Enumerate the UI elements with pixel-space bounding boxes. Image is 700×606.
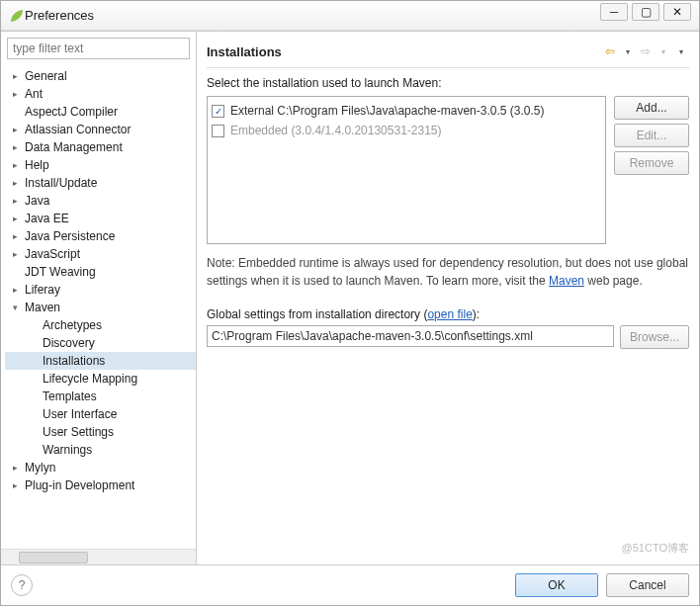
tree-item-general[interactable]: ▸General bbox=[5, 67, 196, 85]
tree-item-label: Warnings bbox=[43, 443, 92, 457]
chevron-right-icon[interactable]: ▸ bbox=[13, 480, 25, 490]
dialog-footer: ? OK Cancel bbox=[1, 564, 699, 605]
titlebar: Preferences ─ ▢ ✕ bbox=[1, 1, 699, 31]
tree-item-mylyn[interactable]: ▸Mylyn bbox=[5, 459, 196, 476]
horizontal-scrollbar[interactable] bbox=[1, 549, 196, 564]
chevron-right-icon[interactable]: ▸ bbox=[13, 71, 25, 81]
tree-item-label: Installations bbox=[43, 354, 105, 368]
tree-item-label: Liferay bbox=[25, 283, 60, 297]
app-icon bbox=[9, 8, 25, 24]
tree-item-label: Java EE bbox=[25, 212, 69, 225]
chevron-right-icon[interactable]: ▸ bbox=[13, 231, 25, 241]
close-button[interactable]: ✕ bbox=[663, 3, 691, 21]
tree-item-label: Java Persistence bbox=[25, 229, 115, 243]
installations-description: Select the installation used to launch M… bbox=[207, 76, 689, 90]
remove-button[interactable]: Remove bbox=[614, 151, 689, 175]
tree-item-label: Maven bbox=[25, 301, 60, 314]
chevron-right-icon[interactable]: ▸ bbox=[13, 196, 25, 206]
tree-item-ant[interactable]: ▸Ant bbox=[5, 85, 196, 103]
page-title: Installations bbox=[207, 44, 602, 59]
tree-item-templates[interactable]: Templates bbox=[5, 388, 196, 405]
installation-item[interactable]: Embedded (3.0.4/1.4.0.20130531-2315) bbox=[212, 121, 601, 140]
installation-checkbox[interactable] bbox=[212, 125, 224, 137]
tree-item-discovery[interactable]: Discovery bbox=[5, 334, 196, 352]
tree-item-label: Java bbox=[25, 194, 49, 208]
chevron-down-icon[interactable]: ▾ bbox=[13, 303, 25, 312]
maximize-button[interactable]: ▢ bbox=[632, 3, 659, 21]
tree-item-label: General bbox=[25, 69, 67, 83]
installation-label: Embedded (3.0.4/1.4.0.20130531-2315) bbox=[230, 124, 442, 137]
preferences-tree[interactable]: ▸General▸AntAspectJ Compiler▸Atlassian C… bbox=[1, 65, 196, 549]
tree-item-user-settings[interactable]: User Settings bbox=[5, 423, 196, 441]
installation-label: External C:\Program Files\Java\apache-ma… bbox=[230, 104, 544, 118]
runtime-note: Note: Embedded runtime is always used fo… bbox=[207, 254, 689, 290]
tree-item-java[interactable]: ▸Java bbox=[5, 192, 196, 210]
edit-button[interactable]: Edit... bbox=[614, 124, 689, 147]
back-icon[interactable]: ⇦ bbox=[602, 43, 618, 59]
tree-item-label: Data Management bbox=[25, 140, 123, 154]
tree-item-label: Templates bbox=[43, 390, 97, 403]
tree-item-label: Archetypes bbox=[43, 318, 102, 332]
tree-item-javascript[interactable]: ▸JavaScript bbox=[5, 245, 196, 263]
minimize-button[interactable]: ─ bbox=[600, 3, 628, 21]
ok-button[interactable]: OK bbox=[515, 573, 598, 597]
tree-item-archetypes[interactable]: Archetypes bbox=[5, 316, 196, 334]
tree-item-java-ee[interactable]: ▸Java EE bbox=[5, 210, 196, 227]
tree-item-jdt-weaving[interactable]: JDT Weaving bbox=[5, 263, 196, 281]
tree-item-label: Atlassian Connector bbox=[25, 123, 131, 136]
chevron-right-icon[interactable]: ▸ bbox=[13, 463, 25, 473]
cancel-button[interactable]: Cancel bbox=[606, 573, 689, 597]
forward-menu-icon[interactable]: ▾ bbox=[656, 43, 671, 59]
tree-item-label: Plug-in Development bbox=[25, 478, 134, 492]
tree-item-label: JavaScript bbox=[25, 247, 80, 261]
tree-item-liferay[interactable]: ▸Liferay bbox=[5, 281, 196, 299]
filter-input[interactable] bbox=[7, 38, 190, 59]
preferences-sidebar: ▸General▸AntAspectJ Compiler▸Atlassian C… bbox=[1, 32, 197, 564]
main-panel: Installations ⇦ ▾ ⇨ ▾ ▾ Select the insta… bbox=[197, 32, 699, 564]
forward-icon[interactable]: ⇨ bbox=[638, 43, 654, 59]
tree-item-label: Mylyn bbox=[25, 461, 55, 475]
chevron-right-icon[interactable]: ▸ bbox=[13, 214, 25, 223]
tree-item-label: JDT Weaving bbox=[25, 265, 96, 279]
tree-item-installations[interactable]: Installations bbox=[5, 352, 196, 370]
global-settings-label: Global settings from installation direct… bbox=[207, 307, 689, 321]
browse-button[interactable]: Browse... bbox=[620, 325, 689, 349]
installations-list[interactable]: External C:\Program Files\Java\apache-ma… bbox=[207, 96, 606, 244]
tree-item-label: User Interface bbox=[43, 407, 117, 421]
installation-item[interactable]: External C:\Program Files\Java\apache-ma… bbox=[212, 101, 601, 121]
tree-item-java-persistence[interactable]: ▸Java Persistence bbox=[5, 227, 196, 245]
tree-item-label: Lifecycle Mapping bbox=[43, 372, 137, 386]
maven-link[interactable]: Maven bbox=[549, 274, 584, 288]
tree-item-label: Help bbox=[25, 158, 49, 172]
chevron-right-icon[interactable]: ▸ bbox=[13, 285, 25, 295]
tree-item-user-interface[interactable]: User Interface bbox=[5, 405, 196, 423]
back-menu-icon[interactable]: ▾ bbox=[620, 43, 636, 59]
tree-item-atlassian-connector[interactable]: ▸Atlassian Connector bbox=[5, 121, 196, 138]
tree-item-label: User Settings bbox=[43, 425, 114, 439]
chevron-right-icon[interactable]: ▸ bbox=[13, 249, 25, 259]
chevron-right-icon[interactable]: ▸ bbox=[13, 89, 25, 99]
chevron-right-icon[interactable]: ▸ bbox=[13, 160, 25, 170]
installation-checkbox[interactable] bbox=[212, 105, 224, 118]
tree-item-warnings[interactable]: Warnings bbox=[5, 441, 196, 459]
add-button[interactable]: Add... bbox=[614, 96, 689, 120]
tree-item-data-management[interactable]: ▸Data Management bbox=[5, 138, 196, 156]
chevron-right-icon[interactable]: ▸ bbox=[13, 178, 25, 188]
tree-item-label: Install/Update bbox=[25, 176, 97, 190]
help-icon[interactable]: ? bbox=[11, 574, 33, 596]
tree-item-label: Discovery bbox=[43, 336, 95, 350]
preferences-window: Preferences ─ ▢ ✕ ▸General▸AntAspectJ Co… bbox=[0, 0, 700, 606]
chevron-right-icon[interactable]: ▸ bbox=[13, 142, 25, 152]
tree-item-plug-in-development[interactable]: ▸Plug-in Development bbox=[5, 476, 196, 494]
chevron-right-icon[interactable]: ▸ bbox=[13, 125, 25, 134]
tree-item-aspectj-compiler[interactable]: AspectJ Compiler bbox=[5, 103, 196, 121]
tree-item-label: Ant bbox=[25, 87, 43, 101]
view-menu-icon[interactable]: ▾ bbox=[673, 43, 689, 59]
window-title: Preferences bbox=[25, 8, 691, 23]
tree-item-lifecycle-mapping[interactable]: Lifecycle Mapping bbox=[5, 370, 196, 388]
global-settings-path[interactable] bbox=[207, 325, 614, 347]
tree-item-help[interactable]: ▸Help bbox=[5, 156, 196, 174]
open-file-link[interactable]: open file bbox=[427, 307, 472, 321]
tree-item-maven[interactable]: ▾Maven bbox=[5, 299, 196, 316]
tree-item-install-update[interactable]: ▸Install/Update bbox=[5, 174, 196, 192]
